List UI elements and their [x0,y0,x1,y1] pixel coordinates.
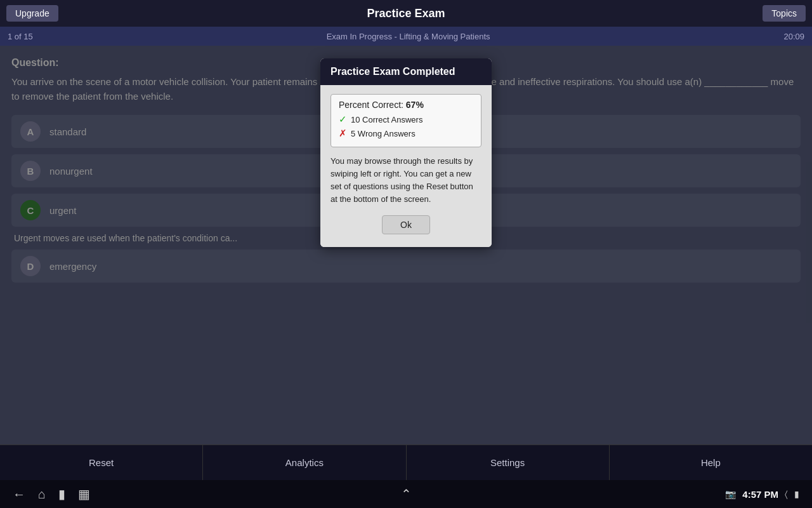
main-content: Question: You arrive on the scene of a m… [0,46,812,444]
ok-button[interactable]: Ok [382,215,430,234]
status-time: 4:57 PM [742,489,778,500]
analytics-button[interactable]: Analytics [203,445,406,480]
qr-icon[interactable]: ▦ [78,486,90,502]
correct-count: 10 Correct Answers [351,115,422,124]
nav-icons-left: ← ⌂ ▮ ▦ [13,486,90,502]
x-icon: ✗ [339,128,347,139]
back-icon[interactable]: ← [13,487,25,502]
stats-box: Percent Correct: 67% ✓ 10 Correct Answer… [331,94,481,147]
recents-icon[interactable]: ▮ [58,486,65,502]
photo-icon: 📷 [725,489,736,499]
wrong-count: 5 Wrong Answers [351,129,416,138]
nav-icons-right: 📷 4:57 PM 〈 ▮ [725,489,799,500]
home-icon[interactable]: ⌂ [38,487,46,502]
help-button[interactable]: Help [610,445,812,480]
nav-up-icon[interactable]: ⌃ [401,487,412,501]
percent-value: 67% [406,100,424,110]
reset-button[interactable]: Reset [0,445,203,480]
subtitle-bar: 1 of 15 Exam In Progress - Lifting & Mov… [0,27,812,46]
android-nav: ← ⌂ ▮ ▦ ⌃ 📷 4:57 PM 〈 ▮ [0,480,812,508]
modal-header: Practice Exam Completed [320,58,492,85]
top-bar: Upgrade Practice Exam Topics [0,0,812,27]
correct-row: ✓ 10 Correct Answers [339,114,473,125]
checkmark-icon: ✓ [339,114,347,125]
modal-body: Percent Correct: 67% ✓ 10 Correct Answer… [320,85,492,247]
modal-dialog: Practice Exam Completed Percent Correct:… [320,58,492,247]
modal-message: You may browse through the results by sw… [331,155,481,206]
bottom-toolbar: Reset Analytics Settings Help [0,444,812,480]
upgrade-button[interactable]: Upgrade [6,5,58,22]
topics-button[interactable]: Topics [763,5,806,22]
progress-indicator: 1 of 15 [8,32,33,41]
exam-status: Exam In Progress - Lifting & Moving Pati… [327,32,490,41]
settings-button[interactable]: Settings [407,445,610,480]
wrong-row: ✗ 5 Wrong Answers [339,128,473,139]
app-title: Practice Exam [367,7,445,20]
percent-label: Percent Correct: [339,100,406,110]
battery-icon: ▮ [794,489,799,499]
timer: 20:09 [783,32,804,41]
wifi-icon: 〈 [785,489,788,500]
percent-row: Percent Correct: 67% [339,100,473,110]
modal-overlay: Practice Exam Completed Percent Correct:… [0,46,812,444]
nav-center: ⌃ [401,486,412,502]
